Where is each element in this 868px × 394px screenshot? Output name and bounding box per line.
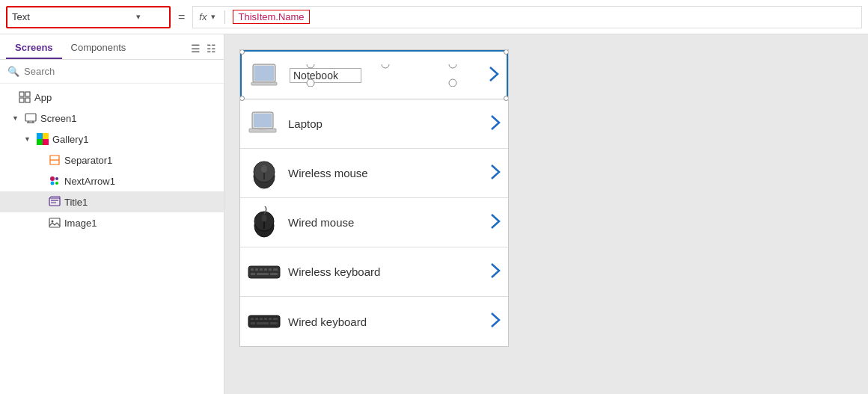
svg-rect-60 [251,322,255,324]
svg-rect-55 [255,318,258,320]
tab-components[interactable]: Components [62,37,135,59]
svg-rect-0 [19,92,24,96]
svg-rect-2 [19,98,24,102]
laptop-image [248,108,281,141]
wireless-mouse-chevron-right [490,164,501,183]
svg-rect-1 [25,92,30,96]
svg-point-16 [51,182,55,185]
gallery-item-wireless-keyboard[interactable]: Wireless keyboard [240,247,508,297]
svg-point-22 [52,221,54,223]
svg-rect-21 [49,218,60,227]
tabs-icons: ☰ ☷ [189,41,218,56]
formula-divider [224,10,225,24]
svg-point-27 [382,64,389,68]
notebook-text-container: Notebook [290,68,481,83]
tree-item-screen1-label: Screen1 [40,113,76,124]
gallery-item-notebook[interactable]: Notebook [240,50,508,99]
svg-rect-18 [49,198,60,206]
svg-rect-61 [257,322,269,324]
svg-rect-51 [257,273,269,275]
equals-sign: = [175,10,188,24]
tree-item-screen1[interactable]: ▼ Screen1 [0,108,224,129]
notebook-label-selected: Notebook [290,68,361,83]
svg-point-30 [449,79,456,87]
handle-tl [239,49,245,55]
svg-rect-49 [273,268,278,271]
svg-rect-56 [260,318,263,320]
notebook-chevron-right [489,66,499,85]
wired-keyboard-chevron-right [490,312,501,331]
svg-rect-62 [270,322,278,324]
svg-rect-25 [251,82,277,85]
svg-point-26 [307,64,314,68]
formula-bar: fx ▾ ThisItem.Name [192,6,862,28]
svg-rect-8 [37,133,43,139]
wireless-mouse-image [248,157,281,190]
svg-rect-46 [260,268,263,271]
expand-icon: ▼ [12,114,21,122]
search-icon: 🔍 [7,66,19,77]
svg-rect-53 [248,315,280,327]
wireless-keyboard-image [248,256,281,289]
tree-item-title1[interactable]: Title1 [0,191,224,212]
gallery-icon [36,133,49,145]
svg-point-42 [262,215,267,221]
svg-rect-43 [248,266,280,278]
title-icon [48,196,61,208]
tree-item-nextarrow1[interactable]: NextArrow1 [0,170,224,191]
wired-keyboard-image [248,305,281,338]
formula-chevron-button[interactable]: ▾ [210,12,217,22]
app-icon [18,91,31,103]
tree-item-image1[interactable]: Image1 [0,212,224,233]
wireless-keyboard-chevron-right [490,262,501,282]
svg-point-38 [261,165,267,173]
image-icon [48,217,61,229]
screen-icon [24,112,37,124]
formula-value: ThisItem.Name [233,10,309,24]
gallery-item-laptop[interactable]: Laptop [240,99,508,149]
svg-rect-44 [251,268,254,271]
svg-point-15 [55,177,58,180]
wired-mouse-label: Wired mouse [288,216,483,229]
svg-rect-3 [25,98,30,102]
tree-item-image1-label: Image1 [64,218,97,229]
grid-view-icon[interactable]: ☷ [205,41,218,56]
tree-item-app[interactable]: App [0,87,224,108]
svg-rect-57 [264,318,267,320]
gallery-item-wired-mouse[interactable]: Wired mouse [240,198,508,247]
svg-rect-50 [251,273,255,275]
svg-point-29 [307,79,314,87]
svg-rect-11 [43,139,49,145]
wired-mouse-chevron-right [490,213,501,233]
notebook-image [249,59,282,92]
top-toolbar: ▾ = fx ▾ ThisItem.Name [0,0,868,34]
property-input[interactable] [12,11,132,22]
fx-label: fx [199,11,207,22]
laptop-chevron-right [490,114,501,134]
search-box: 🔍 [0,60,224,84]
main-area: Screens Components ☰ ☷ 🔍 App [0,34,868,394]
tree-item-separator1[interactable]: Separator1 [0,150,224,170]
list-view-icon[interactable]: ☰ [189,41,202,56]
tree-item-nextarrow1-label: NextArrow1 [64,176,115,187]
search-input[interactable] [24,66,216,77]
tree-item-app-label: App [34,92,52,103]
laptop-label: Laptop [288,117,483,130]
svg-rect-47 [264,268,267,271]
gallery-item-wireless-mouse[interactable]: Wireless mouse [240,149,508,198]
property-dropdown[interactable]: ▾ [6,6,171,28]
svg-rect-9 [43,133,49,139]
tab-screens[interactable]: Screens [6,37,62,59]
gallery-item-wired-keyboard[interactable]: Wired keyboard [240,297,508,346]
svg-rect-10 [37,139,43,145]
svg-point-14 [50,176,55,181]
left-panel: Screens Components ☰ ☷ 🔍 App [0,34,224,394]
svg-rect-24 [254,66,274,81]
selection-handles-svg [286,64,485,87]
property-chevron-button[interactable]: ▾ [135,12,142,22]
wireless-keyboard-label: Wireless keyboard [288,265,483,278]
svg-point-28 [449,64,456,68]
svg-rect-52 [270,273,278,275]
svg-rect-32 [254,114,272,127]
tree-item-gallery1[interactable]: ▼ Gallery1 [0,129,224,150]
